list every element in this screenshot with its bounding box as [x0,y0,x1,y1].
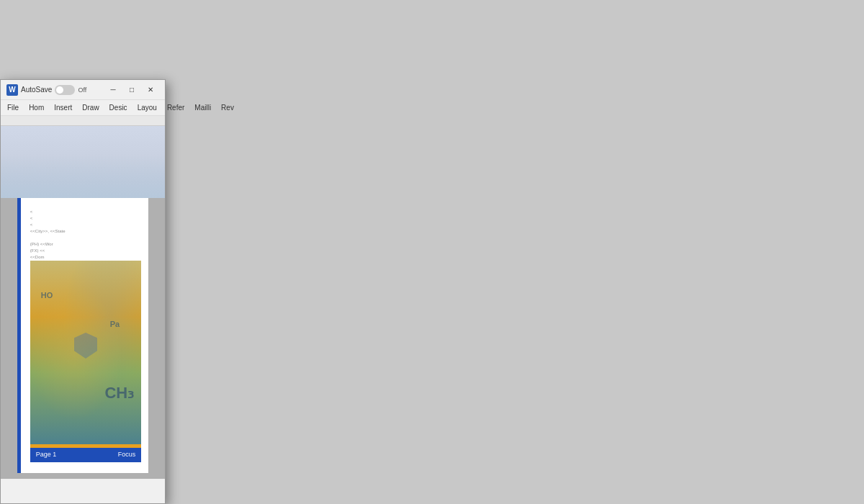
ribbon-mail-1[interactable]: Mailli [192,103,213,112]
ribbon-rev-1[interactable]: Rev [219,103,236,112]
ribbon-insert-1[interactable]: Insert [52,103,74,112]
ribbon-file-1[interactable]: File [5,103,21,112]
ribbon-layou-1[interactable]: Layou [135,103,159,112]
maximize-btn-1[interactable]: □ [123,84,140,96]
doc-content-1: < < < <<City>>, <<State (PH) <<Wor (FX) … [1,126,165,479]
minimize-btn-1[interactable]: ─ [104,84,122,96]
status-bar-1: Page 1 Focus [30,448,141,462]
ribbon-refer-1[interactable]: Refer [165,103,186,112]
title-bar-1: W AutoSave Off ─ □ ✕ [1,80,165,100]
toggle-off-1: Off [78,86,86,94]
ribbon-desic-1[interactable]: Desic [107,103,130,112]
ribbon-1: File Hom Insert Draw Desic Layou Refer M… [1,100,165,116]
ruler-1 [1,116,165,126]
autosave-toggle-1[interactable] [55,85,75,95]
ribbon-draw-1[interactable]: Draw [80,103,101,112]
close-btn-1[interactable]: ✕ [142,84,159,96]
focus-1: Focus [118,450,136,460]
autosave-label-1: AutoSave [21,86,52,94]
page-num-1: Page 1 [36,450,57,460]
window-1[interactable]: W AutoSave Off ─ □ ✕ File Hom Insert Dra… [0,79,166,504]
ribbon-hom-1[interactable]: Hom [27,103,46,112]
word-icon-1: W [6,84,18,96]
